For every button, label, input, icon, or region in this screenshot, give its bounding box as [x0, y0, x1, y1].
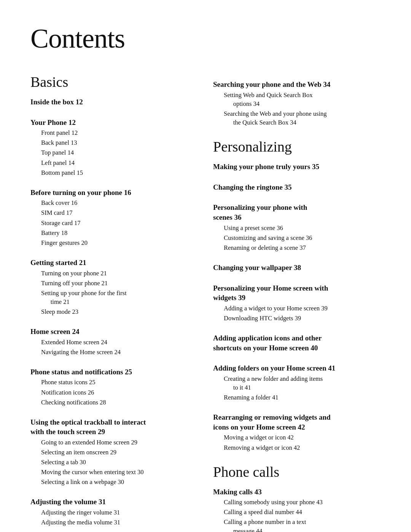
toc-h3: Top panel 14 [30, 148, 190, 157]
toc-folders: Adding folders on your Home screen 41 Cr… [213, 363, 381, 402]
toc-h3: Selecting a tab 30 [30, 458, 190, 466]
toc-widgets: Personalizing your Home screen withwidge… [213, 283, 381, 323]
toc-home-screen: Home screen 24 Extended Home screen 24 N… [30, 327, 190, 356]
toc-h2: Using the optical trackball to interactw… [30, 417, 190, 437]
left-column: Basics Inside the box 12 Your Phone 12 F… [30, 73, 190, 532]
toc-h3: Navigating the Home screen 24 [30, 348, 190, 356]
toc-h2: Inside the box 12 [30, 97, 190, 107]
toc-h3: Finger gestures 20 [30, 238, 190, 247]
toc-app-icons: Adding application icons and othershortc… [213, 333, 381, 353]
basics-heading: Basics [30, 73, 190, 90]
toc-h3: Checking notifications 28 [30, 398, 190, 407]
toc-h3: Adding a widget to your Home screen 39 [213, 304, 381, 313]
toc-h2: Making calls 43 [213, 487, 381, 497]
toc-h2: Searching your phone and the Web 34 [213, 80, 381, 89]
toc-h2: Making your phone truly yours 35 [213, 162, 381, 172]
personalizing-section: Personalizing [213, 138, 381, 155]
personalizing-heading: Personalizing [213, 138, 381, 155]
toc-h2: Your Phone 12 [30, 118, 190, 128]
toc-h3: Renaming or deleting a scene 37 [213, 243, 381, 252]
toc-scenes: Personalizing your phone withscenes 36 U… [213, 203, 381, 252]
toc-your-phone: Your Phone 12 Front panel 12 Back panel … [30, 118, 190, 177]
toc-h3: Notification icons 26 [30, 388, 190, 397]
toc-h3: Turning on your phone 21 [30, 269, 190, 278]
toc-inside-the-box: Inside the box 12 [30, 97, 190, 107]
toc-h2: Before turning on your phone 16 [30, 188, 190, 198]
right-column: Searching your phone and the Web 34 Sett… [213, 73, 381, 532]
toc-h3: Creating a new folder and adding items t… [213, 374, 381, 392]
toc-h3: Downloading HTC widgets 39 [213, 314, 381, 323]
page-title: Contents [30, 23, 381, 54]
toc-h2: Personalizing your Home screen withwidge… [213, 283, 381, 303]
toc-h3: Back panel 13 [30, 138, 190, 147]
toc-h2: Phone status and notifications 25 [30, 367, 190, 377]
toc-h3: Storage card 17 [30, 219, 190, 227]
toc-h3: Front panel 12 [30, 128, 190, 137]
toc-phone-status: Phone status and notifications 25 Phone … [30, 367, 190, 407]
toc-h2: Changing your wallpaper 38 [213, 263, 381, 273]
toc-searching: Searching your phone and the Web 34 Sett… [213, 80, 381, 127]
toc-h3: Moving the cursor when entering text 30 [30, 468, 190, 476]
toc-h3: Calling a phone number in a text message… [213, 518, 381, 532]
toc-h3: SIM card 17 [30, 208, 190, 217]
toc-truly-yours: Making your phone truly yours 35 [213, 162, 381, 172]
toc-h3: Removing a widget or icon 42 [213, 443, 381, 452]
toc-ringtone: Changing the ringtone 35 [213, 182, 381, 192]
toc-getting-started: Getting started 21 Turning on your phone… [30, 258, 190, 316]
toc-h3: Adjusting the media volume 31 [30, 518, 190, 527]
toc-rearranging: Rearranging or removing widgets andicons… [213, 412, 381, 452]
toc-h3: Setting up your phone for the first time… [30, 289, 190, 306]
toc-h2: Getting started 21 [30, 258, 190, 268]
toc-h2: Home screen 24 [30, 327, 190, 337]
toc-h3: Bottom panel 15 [30, 168, 190, 177]
toc-h3: Back cover 16 [30, 198, 190, 207]
toc-h3: Battery 18 [30, 228, 190, 237]
toc-h3: Setting Web and Quick Search Box options… [213, 91, 381, 108]
toc-h3: Selecting an item onscreen 29 [30, 448, 190, 457]
toc-h3: Calling a speed dial number 44 [213, 508, 381, 516]
toc-h2: Adjusting the volume 31 [30, 497, 190, 507]
toc-wallpaper: Changing your wallpaper 38 [213, 263, 381, 273]
toc-h3: Customizing and saving a scene 36 [213, 233, 381, 242]
toc-h3: Selecting a link on a webpage 30 [30, 478, 190, 486]
toc-h3: Phone status icons 25 [30, 378, 190, 387]
toc-h3: Extended Home screen 24 [30, 338, 190, 347]
toc-h3: Renaming a folder 41 [213, 393, 381, 402]
toc-h3: Moving a widget or icon 42 [213, 433, 381, 442]
toc-h3: Sleep mode 23 [30, 307, 190, 316]
toc-h3: Going to an extended Home screen 29 [30, 438, 190, 447]
toc-h3: Searching the Web and your phone using t… [213, 109, 381, 127]
toc-h3: Turning off your phone 21 [30, 279, 190, 288]
toc-h3: Adjusting the ringer volume 31 [30, 508, 190, 517]
phone-calls-section: Phone calls [213, 463, 381, 480]
toc-h2: Changing the ringtone 35 [213, 182, 381, 192]
toc-h2: Adding folders on your Home screen 41 [213, 363, 381, 373]
toc-h2: Personalizing your phone withscenes 36 [213, 203, 381, 222]
toc-adjusting-volume: Adjusting the volume 31 Adjusting the ri… [30, 497, 190, 527]
toc-h2: Rearranging or removing widgets andicons… [213, 412, 381, 432]
toc-h3: Using a preset scene 36 [213, 224, 381, 232]
phone-calls-heading: Phone calls [213, 463, 381, 480]
toc-h3: Calling somebody using your phone 43 [213, 498, 381, 506]
toc-before-turning-on: Before turning on your phone 16 Back cov… [30, 188, 190, 247]
toc-h2: Adding application icons and othershortc… [213, 333, 381, 353]
toc-making-calls: Making calls 43 Calling somebody using y… [213, 487, 381, 532]
toc-optical-trackball: Using the optical trackball to interactw… [30, 417, 190, 487]
toc-h3: Left panel 14 [30, 158, 190, 167]
